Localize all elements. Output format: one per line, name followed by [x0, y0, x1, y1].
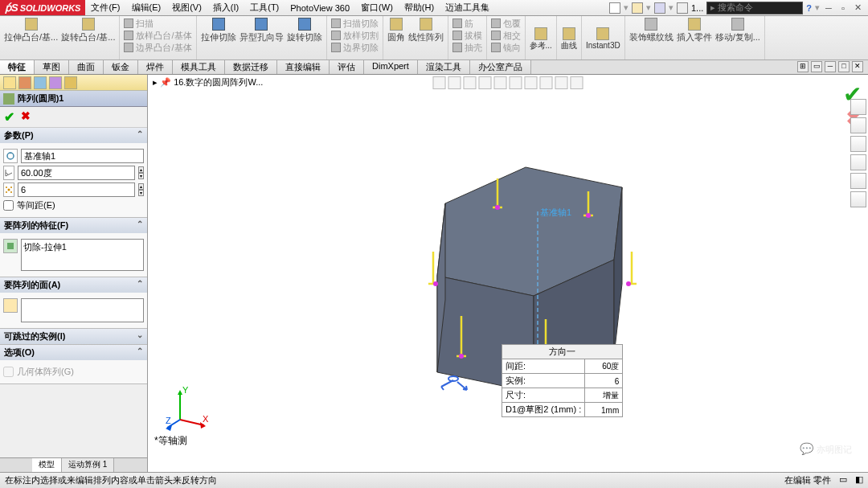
cosmetic-thread-button[interactable]: 装饰螺纹线 [629, 18, 674, 58]
fillet-button[interactable]: 圆角 [387, 18, 405, 58]
dir-d1-input[interactable] [588, 406, 619, 415]
hole-wizard-button[interactable]: 异型孔向导 [240, 18, 284, 58]
restore-icon[interactable]: ▫ [837, 2, 849, 14]
view-cascade-icon[interactable]: ▭ [811, 61, 822, 72]
view-close-icon[interactable]: ✕ [852, 61, 863, 72]
options-section-header[interactable]: 选项(O)⌃ [0, 345, 147, 360]
propertymgr-tab-icon[interactable] [18, 76, 31, 89]
instant3d-button[interactable]: Instant3D [586, 27, 620, 50]
wrap-button[interactable]: 包覆 [491, 18, 521, 30]
linear-pattern-button[interactable]: 线性阵列 [408, 18, 444, 58]
misc-icon[interactable] [850, 191, 866, 207]
tab-weldments[interactable]: 焊件 [138, 60, 173, 74]
ok-button[interactable]: ✔ [4, 109, 14, 125]
search-command-input[interactable]: ▸搜索命令 [706, 2, 803, 14]
menu-edit[interactable]: 编辑(E) [126, 0, 167, 15]
loft-cut-button[interactable]: 放样切割 [331, 30, 379, 42]
status-custom-icon[interactable]: ◧ [855, 474, 863, 486]
draft-button[interactable]: 拔模 [452, 30, 482, 42]
extrude-cut-button[interactable]: 拉伸切除 [201, 18, 236, 58]
custom-icon[interactable] [850, 173, 866, 189]
menu-window[interactable]: 窗口(W) [355, 0, 399, 15]
menu-photoview[interactable]: PhotoView 360 [285, 2, 355, 14]
view-triad-icon[interactable]: Y X Z [164, 383, 212, 432]
params-section-header[interactable]: 参数(P)⌃ [0, 128, 147, 143]
sweep-cut-button[interactable]: 扫描切除 [331, 18, 379, 30]
equal-spacing-checkbox[interactable] [3, 200, 14, 211]
featuretree-tab-icon[interactable] [3, 76, 16, 89]
boundary-button[interactable]: 边界凸台/基体 [124, 42, 191, 54]
reference-button[interactable]: 参考... [530, 27, 552, 50]
tab-directedit[interactable]: 直接编辑 [277, 60, 330, 74]
menu-tools[interactable]: 工具(T) [244, 0, 285, 15]
faces-listbox[interactable] [21, 298, 144, 322]
home-icon[interactable] [850, 99, 866, 115]
scene-icon[interactable] [555, 76, 568, 89]
view-orient-icon[interactable] [494, 76, 507, 89]
open-doc-icon[interactable] [632, 2, 643, 14]
faces-section-header[interactable]: 要阵列的面(A)⌃ [0, 277, 147, 293]
dir-instances-input[interactable] [588, 377, 619, 386]
menu-insert[interactable]: 插入(I) [207, 0, 244, 15]
configmgr-tab-icon[interactable] [34, 76, 47, 89]
minimize-icon[interactable]: ─ [823, 2, 834, 14]
new-doc-icon[interactable] [609, 2, 620, 14]
intersect-button[interactable]: 相交 [491, 30, 521, 42]
motion-study-tab[interactable]: 运动算例 1 [62, 458, 114, 472]
rib-button[interactable]: 筋 [452, 18, 482, 30]
prop-icon[interactable] [850, 154, 866, 170]
shell-button[interactable]: 抽壳 [452, 42, 482, 54]
mirror-button[interactable]: 镜向 [491, 42, 521, 54]
tab-moldtools[interactable]: 模具工具 [173, 60, 225, 74]
tab-features[interactable]: 特征 [0, 60, 35, 74]
print-icon[interactable] [677, 2, 688, 14]
sweep-button[interactable]: 扫描 [124, 18, 191, 30]
view-min-icon[interactable]: ─ [825, 61, 836, 72]
tab-dimxpert[interactable]: DimXpert [364, 60, 418, 74]
status-unit-icon[interactable]: ▭ [839, 474, 847, 486]
tab-render[interactable]: 渲染工具 [418, 60, 470, 74]
cancel-button[interactable]: ✖ [21, 109, 31, 125]
section-view-icon[interactable] [479, 76, 492, 89]
tab-evaluate[interactable]: 评估 [330, 60, 364, 74]
count-up-button[interactable]: ▴ [138, 183, 144, 190]
menu-file[interactable]: 文件(F) [85, 0, 125, 15]
close-icon[interactable]: ✕ [852, 2, 863, 14]
display-style-icon[interactable] [510, 76, 522, 89]
boundary-cut-button[interactable]: 边界切除 [331, 42, 379, 54]
extrude-boss-button[interactable]: 拉伸凸台/基... [4, 18, 58, 58]
curves-button[interactable]: 曲线 [561, 27, 577, 50]
features-listbox[interactable]: 切除-拉伸1 [21, 239, 144, 271]
angle-input[interactable] [18, 166, 135, 180]
hide-show-icon[interactable] [525, 76, 538, 89]
tab-office[interactable]: 办公室产品 [470, 60, 531, 74]
features-section-header[interactable]: 要阵列的特征(F)⌃ [0, 218, 147, 233]
tab-sketch[interactable]: 草图 [35, 60, 69, 74]
appearance-panel-icon[interactable] [850, 117, 866, 133]
help-icon[interactable]: ? [806, 3, 812, 13]
face-selector-icon[interactable] [3, 298, 18, 313]
dimxpert-tab-icon[interactable] [49, 76, 62, 89]
menu-view[interactable]: 视图(V) [166, 0, 207, 15]
axis-selector-icon[interactable] [3, 149, 18, 163]
angle-up-button[interactable]: ▴ [138, 166, 144, 173]
revolve-cut-button[interactable]: 旋转切除 [287, 18, 322, 58]
tab-sheetmetal[interactable]: 钣金 [104, 60, 138, 74]
move-copy-button[interactable]: 移动/复制... [715, 18, 760, 58]
graphics-viewport[interactable]: ▸ 📌 16.数字的圆周阵列W... ✔ ✖ [148, 75, 868, 472]
appearance-icon[interactable] [540, 76, 553, 89]
view-tile-icon[interactable]: ⊞ [797, 61, 809, 72]
axis-input[interactable] [21, 149, 144, 163]
save-icon[interactable] [654, 2, 665, 14]
tab-datamigration[interactable]: 数据迁移 [225, 60, 277, 74]
count-input[interactable] [18, 182, 135, 197]
viewsettings-icon[interactable] [571, 76, 583, 89]
menu-help[interactable]: 帮助(H) [399, 0, 440, 15]
display-tab-icon[interactable] [64, 76, 77, 89]
model-tab[interactable]: 模型 [32, 458, 62, 472]
menu-maidi[interactable]: 迈迪工具集 [440, 0, 495, 15]
zoom-fit-icon[interactable] [433, 76, 446, 89]
dir-spacing-input[interactable] [588, 363, 619, 371]
prev-view-icon[interactable] [464, 76, 477, 89]
count-down-button[interactable]: ▾ [138, 190, 144, 196]
